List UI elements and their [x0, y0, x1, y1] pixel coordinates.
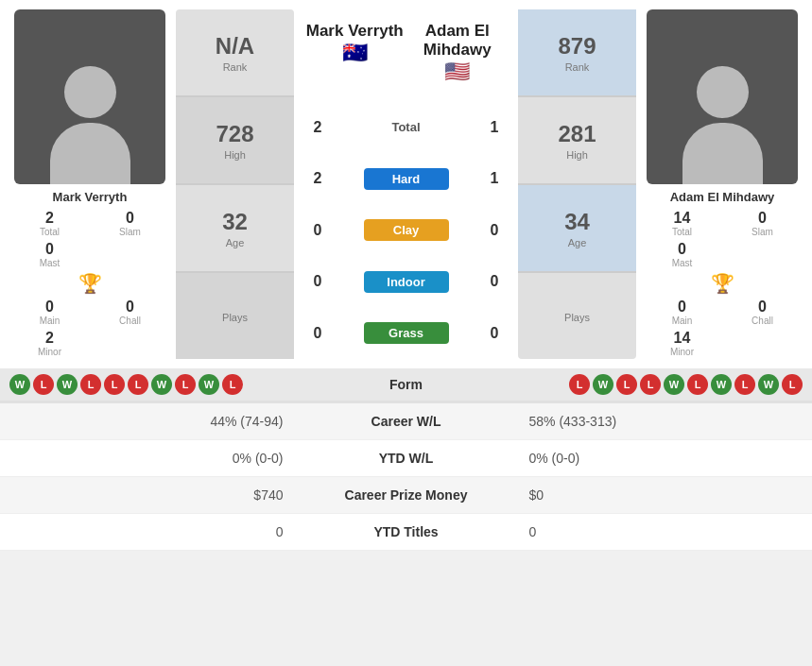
form-badge-left: W — [199, 374, 219, 395]
right-total-val: 14 — [674, 210, 691, 227]
left-rank-val: N/A — [216, 33, 254, 60]
bottom-stat-row: 0 YTD Titles 0 — [0, 514, 812, 551]
indoor-right: 0 — [480, 273, 509, 290]
right-total-lbl: Total — [672, 227, 692, 237]
left-player: Mark Verryth 2 Total 0 Slam 0 Mast 🏆 — [9, 9, 170, 359]
right-figure — [675, 52, 769, 184]
bstat-left-val: 0% (0-0) — [19, 451, 312, 466]
right-age-block: 34 Age — [518, 185, 636, 273]
bstat-right-val: $0 — [501, 487, 794, 503]
left-stat-card: N/A Rank 728 High 32 Age Plays — [176, 9, 294, 359]
form-badge-right: L — [782, 374, 803, 395]
form-badge-left: L — [104, 374, 125, 395]
trophy-icon-right: 🏆 — [711, 272, 734, 295]
form-label: Form — [336, 377, 477, 392]
right-body — [682, 123, 763, 184]
right-age-val: 34 — [564, 209, 590, 235]
form-badge-left: L — [128, 374, 148, 395]
right-mast-lbl: Mast — [672, 258, 693, 268]
clay-left: 0 — [303, 222, 332, 239]
right-age-lbl: Age — [568, 237, 587, 248]
left-mast-lbl: Mast — [40, 258, 60, 268]
left-mast-val: 0 — [45, 241, 54, 258]
bstat-label: Career W/L — [312, 414, 501, 429]
right-total: 14 Total — [642, 208, 722, 239]
form-badge-left: L — [222, 374, 243, 395]
left-avatar — [14, 9, 165, 184]
right-player: Adam El Mihdawy 14 Total 0 Slam 0 Mast 🏆 — [642, 9, 803, 359]
left-minor: 2 Minor — [9, 328, 90, 359]
bottom-stats: 44% (74-94) Career W/L 58% (433-313) 0% … — [0, 401, 812, 551]
right-stats-grid: 14 Total 0 Slam 0 Mast 🏆 0 Main — [642, 208, 803, 359]
left-main: 0 Main — [9, 297, 90, 328]
hard-right: 1 — [480, 170, 509, 187]
left-rank-block: N/A Rank — [176, 9, 294, 97]
trophy-icon-left: 🏆 — [78, 272, 102, 295]
bstat-left-val: 44% (74-94) — [19, 414, 312, 429]
left-slam: 0 Slam — [90, 208, 170, 239]
center-panel: N/A Rank 728 High 32 Age Plays — [176, 9, 636, 359]
left-minor-val: 2 — [45, 330, 54, 347]
clay-right: 0 — [480, 222, 509, 239]
left-trophy: 🏆 — [9, 270, 170, 297]
left-total-val: 2 — [45, 210, 54, 227]
right-plays-lbl: Plays — [564, 312, 590, 323]
total-left: 2 — [303, 119, 332, 136]
clay-badge: Clay — [364, 219, 449, 241]
total-right: 1 — [480, 119, 509, 136]
main-container: Mark Verryth 2 Total 0 Slam 0 Mast 🏆 — [0, 0, 812, 551]
right-main: 0 Main — [642, 297, 722, 328]
bstat-right-val: 58% (433-313) — [501, 414, 794, 429]
right-high-lbl: High — [566, 149, 588, 161]
right-main-val: 0 — [678, 299, 686, 316]
right-chall: 0 Chall — [722, 297, 803, 328]
left-high-block: 728 High — [176, 97, 294, 185]
form-badge-right: L — [569, 374, 590, 395]
grass-left: 0 — [303, 325, 332, 342]
right-slam-val: 0 — [758, 210, 767, 227]
left-stats-grid: 2 Total 0 Slam 0 Mast 🏆 0 Main — [9, 208, 170, 359]
left-chall-val: 0 — [126, 299, 134, 316]
right-chall-lbl: Chall — [752, 316, 773, 326]
left-player-name: Mark Verryth — [53, 190, 128, 204]
hard-badge: Hard — [364, 168, 449, 190]
right-player-name: Adam El Mihdawy — [670, 190, 775, 204]
left-main-lbl: Main — [40, 316, 60, 326]
grass-badge: Grass — [364, 322, 449, 344]
form-badge-left: L — [80, 374, 101, 395]
form-badge-right: L — [687, 374, 708, 395]
right-mast: 0 Mast — [642, 239, 722, 270]
right-slam: 0 Slam — [722, 208, 803, 239]
left-high-lbl: High — [224, 149, 246, 161]
form-badge-left: L — [175, 374, 196, 395]
left-mast: 0 Mast — [9, 239, 90, 270]
left-minor-lbl: Minor — [38, 347, 61, 357]
right-minor-lbl: Minor — [670, 347, 694, 357]
left-chall-lbl: Chall — [119, 316, 141, 326]
form-badge-left: W — [151, 374, 172, 395]
right-high-block: 281 High — [518, 97, 636, 185]
players-layout: Mark Verryth 2 Total 0 Slam 0 Mast 🏆 — [0, 0, 812, 368]
comparison-middle: Mark Verryth 🇦🇺 Adam El Mihdawy 🇺🇸 2 Tot… — [300, 9, 512, 359]
left-slam-val: 0 — [126, 210, 134, 227]
indoor-left: 0 — [303, 273, 332, 290]
left-high-val: 728 — [216, 121, 253, 147]
right-mast-val: 0 — [678, 241, 686, 258]
left-flag: 🇦🇺 — [303, 41, 406, 65]
form-left: WLWLLLWLWL — [9, 374, 336, 395]
form-badge-right: L — [616, 374, 637, 395]
right-rank-lbl: Rank — [565, 61, 590, 73]
hard-row: 2 Hard 1 — [303, 168, 509, 190]
form-right: LWLLWLWLWL — [477, 374, 803, 395]
right-rank-val: 879 — [558, 33, 596, 60]
right-slam-lbl: Slam — [752, 227, 773, 237]
right-stat-card: 879 Rank 281 High 34 Age Plays — [518, 9, 636, 359]
left-age-block: 32 Age — [176, 185, 294, 273]
clay-row: 0 Clay 0 — [303, 219, 509, 241]
right-trophy: 🏆 — [642, 270, 803, 297]
bstat-right-val: 0 — [501, 524, 794, 539]
right-rank-block: 879 Rank — [518, 9, 636, 97]
left-rank-lbl: Rank — [223, 61, 248, 73]
bottom-stat-row: 0% (0-0) YTD W/L 0% (0-0) — [0, 440, 812, 477]
left-total-lbl: Total — [40, 227, 60, 237]
